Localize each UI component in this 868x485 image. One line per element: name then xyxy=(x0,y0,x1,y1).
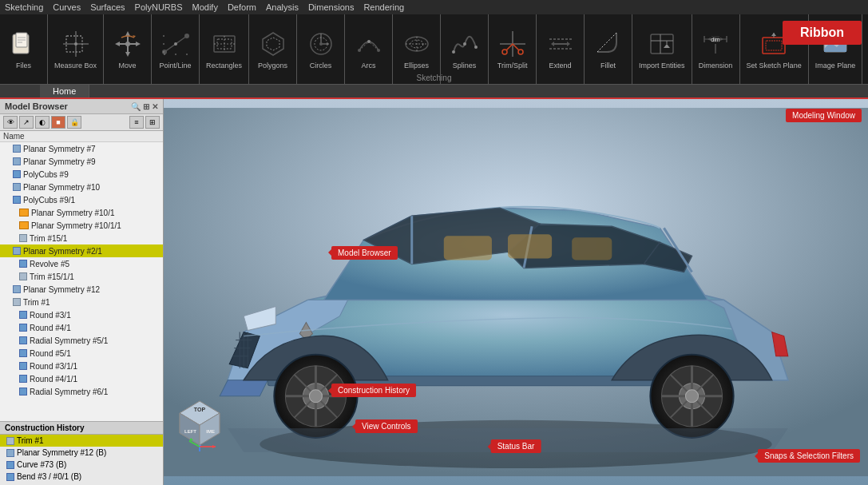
tree-item[interactable]: Planar Symmetry #10/1 xyxy=(0,206,163,219)
tree-label: Planar Symmetry #12 xyxy=(23,285,100,294)
arcs-icon xyxy=(353,28,385,60)
svg-point-19 xyxy=(184,34,189,38)
tree-label: Round #3/1/1 xyxy=(30,362,77,371)
tool-polygons[interactable]: Polygons xyxy=(249,14,297,84)
model-browser-header: Model Browser 🔍 ⊞ ✕ xyxy=(0,99,163,114)
tree-item[interactable]: PolyCubs #9 xyxy=(0,168,163,181)
ch-item[interactable]: Trim #1 xyxy=(0,435,163,447)
ch-item[interactable]: Bend #3 / #0/1 (B) xyxy=(0,471,163,483)
tool-files[interactable]: Files xyxy=(0,14,48,84)
viewport[interactable]: Modeling Window Model Browser Constructi… xyxy=(164,99,868,485)
tree-item[interactable]: Round #3/1 xyxy=(0,308,163,321)
tree-icon xyxy=(19,272,27,280)
tool-import-entities[interactable]: Import Entities xyxy=(632,14,692,84)
tree-item[interactable]: Planar Symmetry #9 xyxy=(0,155,163,168)
tree-item[interactable]: Round #5/1 xyxy=(0,347,163,360)
trim-split-label: Trim/Split xyxy=(497,62,528,70)
tree-icon xyxy=(19,221,29,229)
menu-surfaces[interactable]: Surfaces xyxy=(90,2,125,12)
tree-label: Radial Symmetry #5/1 xyxy=(30,336,108,345)
tool-measure-box[interactable]: Measure Box xyxy=(48,14,104,84)
menu-curves[interactable]: Curves xyxy=(53,2,81,12)
tool-rectangles[interactable]: Rectangles xyxy=(200,14,249,84)
ch-icon xyxy=(6,437,14,445)
callout-status-bar: Status Bar xyxy=(491,439,541,453)
tree-label: Planar Symmetry #10 xyxy=(23,183,100,192)
tree-item[interactable]: Radial Symmetry #6/1 xyxy=(0,385,163,398)
tree-item[interactable]: Revolve #5 xyxy=(0,257,163,270)
browser-select-btn[interactable]: ↗ xyxy=(19,116,34,129)
ch-items: Trim #1 Planar Symmetry #12 (B) Curve #7… xyxy=(0,435,163,483)
svg-point-53 xyxy=(518,50,523,54)
tree-item[interactable]: PolyCubs #9/1 xyxy=(0,193,163,206)
measure-box-icon xyxy=(60,28,92,60)
tree-item[interactable]: Trim #15/1 xyxy=(0,232,163,244)
svg-point-42 xyxy=(367,40,371,43)
svg-point-20 xyxy=(174,42,177,46)
tool-point-line[interactable]: Point/Line xyxy=(152,14,200,84)
menu-rendering[interactable]: Rendering xyxy=(363,2,404,12)
sketching-section-label: Sketching xyxy=(417,74,452,82)
ribbon-button[interactable]: Ribbon xyxy=(783,21,862,45)
tree-item[interactable]: Trim #1 xyxy=(0,296,163,308)
close-browser-icon[interactable]: ✕ xyxy=(152,102,158,111)
browser-lock-btn[interactable]: 🔒 xyxy=(67,116,81,129)
tree-item[interactable]: Round #3/1/1 xyxy=(0,360,163,372)
svg-marker-78 xyxy=(771,33,776,36)
tree-icon xyxy=(19,375,27,383)
tree-item[interactable]: Round #4/1/1 xyxy=(0,372,163,385)
svg-point-41 xyxy=(377,49,380,52)
menu-analysis[interactable]: Analysis xyxy=(266,2,299,12)
menu-deform[interactable]: Deform xyxy=(228,2,256,12)
menu-dimensions[interactable]: Dimensions xyxy=(308,2,354,12)
tree-item[interactable]: Planar Symmetry #10/1/1 xyxy=(0,219,163,232)
tool-extend[interactable]: Extend xyxy=(537,14,585,84)
menu-modify[interactable]: Modify xyxy=(192,2,217,12)
svg-rect-94 xyxy=(444,236,492,260)
filter-icon[interactable]: ⊞ xyxy=(143,102,149,111)
tool-dimension[interactable]: dim Dimension xyxy=(692,14,740,84)
tree-item[interactable]: Trim #15/1/1 xyxy=(0,270,163,283)
tree-item-selected[interactable]: Planar Symmetry #2/1 xyxy=(0,244,163,257)
ch-item[interactable]: Curve #73 (B) xyxy=(0,459,163,471)
tree-item[interactable]: Radial Symmetry #5/1 xyxy=(0,334,163,347)
ch-icon xyxy=(6,449,14,457)
ch-item[interactable]: Planar Symmetry #12 (B) xyxy=(0,447,163,459)
import-entities-icon xyxy=(646,28,678,60)
tool-move[interactable]: Move xyxy=(104,14,152,84)
tree-name-header: Name xyxy=(3,132,25,141)
search-icon[interactable]: 🔍 xyxy=(131,102,141,111)
tree-item[interactable]: Planar Symmetry #12 xyxy=(0,283,163,296)
tool-circles[interactable]: Circles xyxy=(297,14,345,84)
ellipses-label: Ellipses xyxy=(404,62,429,70)
tool-trim-split[interactable]: Trim/Split xyxy=(489,14,537,84)
tree-label: PolyCubs #9/1 xyxy=(23,196,75,205)
browser-menu-btn[interactable]: ≡ xyxy=(129,116,144,129)
view-cube[interactable]: TOP LEFT IME xyxy=(172,397,228,453)
browser-color-btn[interactable]: ■ xyxy=(51,116,65,129)
browser-eye-btn[interactable]: 👁 xyxy=(3,116,18,129)
tree-item[interactable]: Planar Symmetry #10 xyxy=(0,181,163,193)
ch-label: Trim #1 xyxy=(17,436,44,445)
dimension-label: Dimension xyxy=(699,62,733,70)
menu-sketching[interactable]: Sketching xyxy=(5,2,43,12)
tree-item[interactable]: Planar Symmetry #7 xyxy=(0,142,163,155)
svg-point-52 xyxy=(502,50,507,54)
tree-label: Planar Symmetry #2/1 xyxy=(23,247,102,256)
tree-item[interactable]: Round #4/1 xyxy=(0,321,163,334)
tab-home[interactable]: Home xyxy=(40,85,89,97)
browser-expand-btn[interactable]: ⊞ xyxy=(145,116,160,129)
ch-icon xyxy=(6,461,14,469)
tree-label: Trim #15/1/1 xyxy=(30,272,74,281)
browser-visible-btn[interactable]: ◐ xyxy=(35,116,50,129)
svg-point-48 xyxy=(463,42,466,46)
menu-polynurbs[interactable]: PolyNURBS xyxy=(135,2,183,12)
tree-icon xyxy=(13,247,21,255)
menu-bar: Sketching Curves Surfaces PolyNURBS Modi… xyxy=(0,0,868,14)
ch-label: Bend #3 / #0/1 (B) xyxy=(17,472,81,481)
svg-marker-13 xyxy=(115,42,120,46)
tool-fillet[interactable]: Fillet xyxy=(585,14,632,84)
callout-snaps-selection-filters: Snaps & Selection Filters xyxy=(758,449,860,463)
tool-arcs[interactable]: Arcs xyxy=(345,14,393,84)
polygons-label: Polygons xyxy=(258,62,287,70)
